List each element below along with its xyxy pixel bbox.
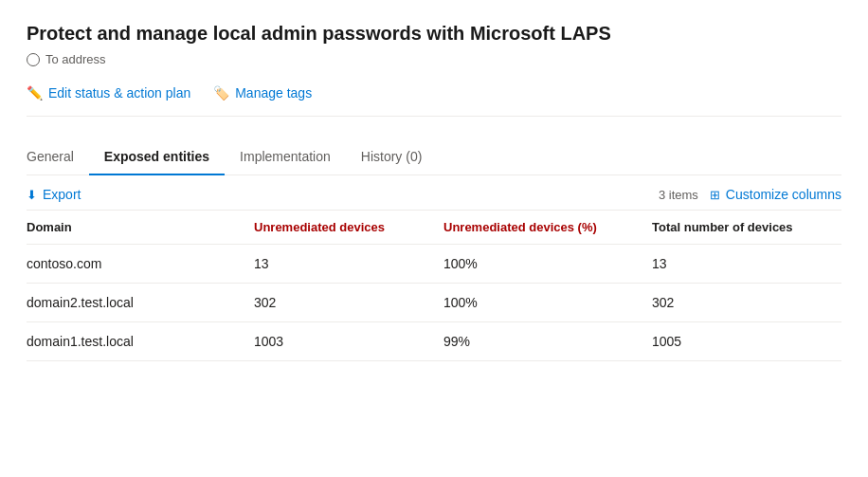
- cell-unremediated: 302: [254, 284, 443, 322]
- manage-tags-label: Manage tags: [235, 85, 312, 101]
- customize-icon: ⊞: [710, 188, 720, 202]
- tab-implementation[interactable]: Implementation: [225, 139, 346, 175]
- page-title: Protect and manage local admin passwords…: [27, 23, 841, 45]
- toolbar-right: 3 items ⊞ Customize columns: [659, 187, 841, 202]
- export-button[interactable]: ⬇ Export: [27, 187, 81, 202]
- toolbar-row: ⬇ Export 3 items ⊞ Customize columns: [27, 175, 841, 211]
- tab-history[interactable]: History (0): [346, 139, 438, 175]
- col-header-domain: Domain: [27, 211, 254, 245]
- col-header-unremediated: Unremediated devices: [254, 211, 443, 245]
- status-circle-icon: [27, 53, 40, 66]
- entities-table: Domain Unremediated devices Unremediated…: [27, 211, 841, 361]
- cell-unremediated_pct: 100%: [443, 245, 652, 284]
- cell-unremediated_pct: 100%: [443, 284, 652, 322]
- tab-general[interactable]: General: [27, 139, 89, 175]
- cell-total: 13: [652, 245, 841, 284]
- cell-unremediated: 1003: [254, 322, 443, 361]
- col-header-unremediated-pct: Unremediated devices (%): [443, 211, 652, 245]
- edit-status-button[interactable]: ✏️ Edit status & action plan: [27, 85, 190, 101]
- tabs-row: General Exposed entities Implementation …: [27, 139, 841, 175]
- customize-columns-button[interactable]: ⊞ Customize columns: [710, 187, 841, 202]
- cell-total: 1005: [652, 322, 841, 361]
- cell-domain: domain1.test.local: [27, 322, 254, 361]
- table-row: domain1.test.local100399%1005: [27, 322, 841, 361]
- cell-unremediated_pct: 99%: [443, 322, 652, 361]
- actions-row: ✏️ Edit status & action plan 🏷️ Manage t…: [27, 85, 841, 117]
- items-count: 3 items: [659, 188, 698, 202]
- edit-label: Edit status & action plan: [48, 85, 190, 101]
- tab-exposed-entities[interactable]: Exposed entities: [89, 139, 225, 175]
- col-header-total: Total number of devices: [652, 211, 841, 245]
- cell-unremediated: 13: [254, 245, 443, 284]
- table-row: contoso.com13100%13: [27, 245, 841, 284]
- table-row: domain2.test.local302100%302: [27, 284, 841, 322]
- status-row: To address: [27, 52, 841, 66]
- status-label: To address: [45, 52, 106, 66]
- export-icon: ⬇: [27, 188, 37, 202]
- cell-total: 302: [652, 284, 841, 322]
- export-label: Export: [43, 187, 81, 202]
- edit-icon: ✏️: [27, 85, 43, 101]
- cell-domain: contoso.com: [27, 245, 254, 284]
- table-header-row: Domain Unremediated devices Unremediated…: [27, 211, 841, 245]
- customize-label: Customize columns: [726, 187, 841, 202]
- tag-icon: 🏷️: [213, 85, 229, 101]
- manage-tags-button[interactable]: 🏷️ Manage tags: [213, 85, 312, 101]
- cell-domain: domain2.test.local: [27, 284, 254, 322]
